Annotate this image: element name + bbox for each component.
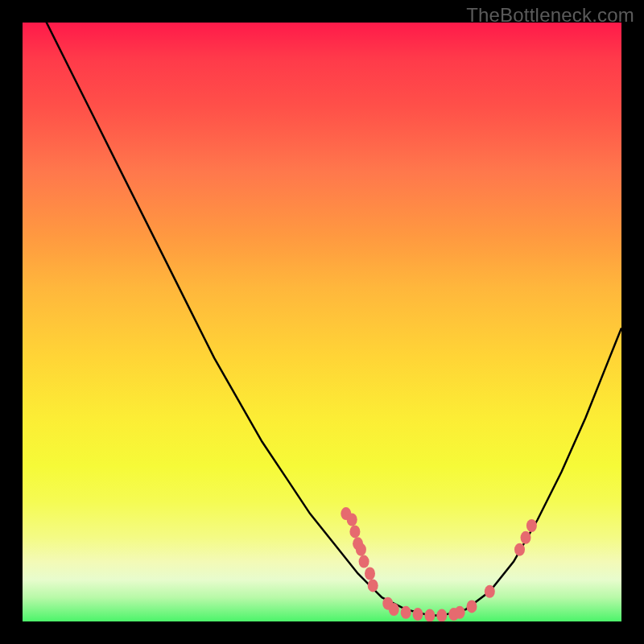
data-marker: [436, 609, 447, 621]
data-marker: [521, 531, 531, 544]
data-marker: [526, 519, 537, 532]
watermark-text: TheBottleneck.com: [466, 4, 634, 27]
data-marker: [347, 514, 357, 526]
data-marker: [467, 600, 477, 613]
data-marker: [514, 543, 525, 556]
data-marker: [455, 606, 465, 619]
data-marker: [368, 579, 378, 592]
data-marker: [349, 525, 360, 538]
data-marker: [401, 606, 411, 619]
data-markers: [341, 507, 537, 621]
data-marker: [413, 608, 423, 621]
data-marker: [359, 555, 369, 568]
plot-area: [23, 23, 621, 621]
data-marker: [365, 568, 375, 580]
data-marker: [485, 585, 495, 598]
chart-svg: [23, 23, 621, 621]
data-marker: [424, 609, 435, 621]
data-marker: [356, 543, 366, 556]
chart-frame: [23, 23, 621, 621]
data-marker: [389, 603, 399, 616]
